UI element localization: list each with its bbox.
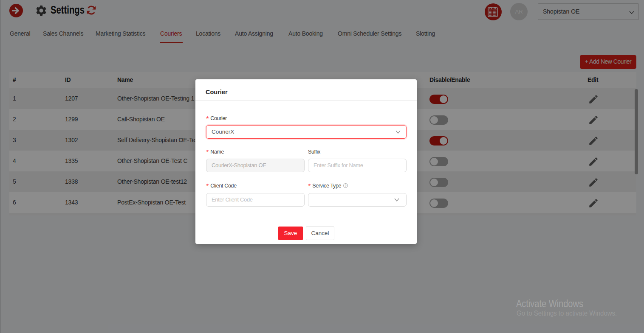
svg-text:?: ?	[345, 184, 347, 187]
